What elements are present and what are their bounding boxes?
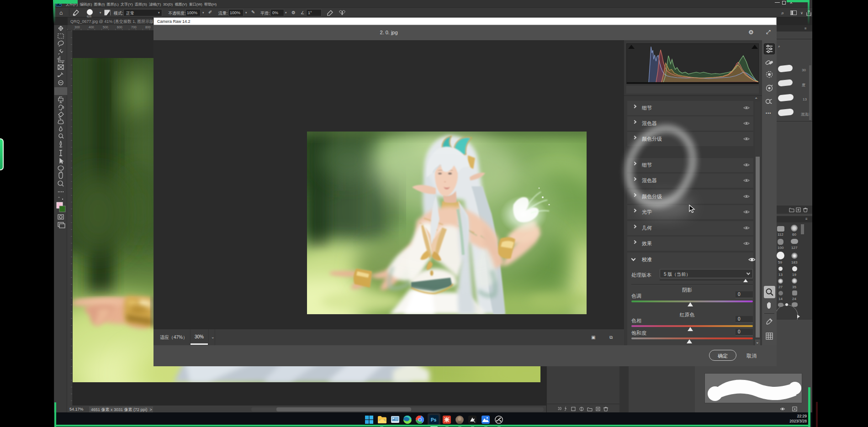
svg-text:Ps: Ps: [431, 417, 437, 422]
